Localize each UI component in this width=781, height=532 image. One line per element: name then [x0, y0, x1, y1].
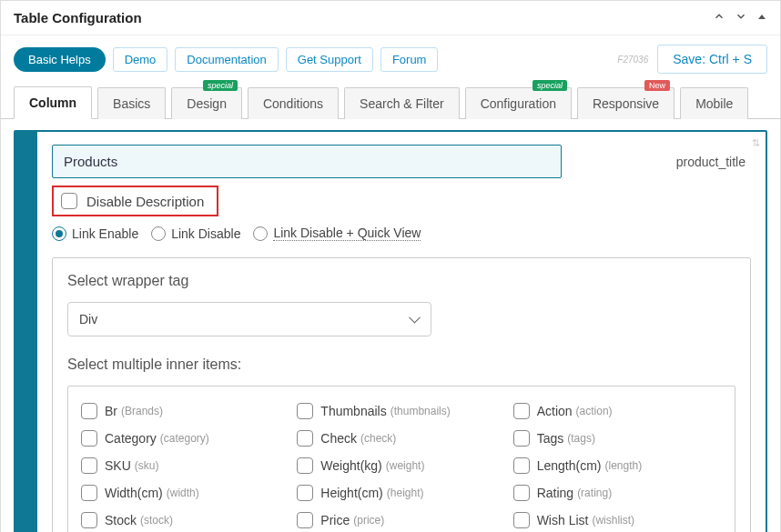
documentation-button[interactable]: Documentation: [175, 47, 278, 72]
tab-search-filter[interactable]: Search & Filter: [344, 87, 460, 119]
special-badge: special: [203, 80, 238, 91]
item-slug: (price): [353, 514, 384, 527]
tabs: ColumnBasicsDesignspecialConditionsSearc…: [1, 86, 780, 119]
inner-item[interactable]: Price(price): [293, 507, 509, 532]
inner-item[interactable]: Width(cm)(width): [77, 479, 293, 507]
tab-responsive[interactable]: ResponsiveNew: [577, 87, 674, 119]
item-label: Rating: [537, 486, 573, 500]
inner-item[interactable]: Action(action): [510, 397, 725, 425]
panel-controls: [713, 10, 767, 25]
radio-label: Link Enable: [72, 226, 138, 241]
item-slug: (sku): [135, 459, 159, 472]
inner-item[interactable]: Check(check): [293, 425, 509, 452]
tab-column[interactable]: Column: [14, 86, 92, 119]
item-slug: (category): [160, 432, 209, 445]
inner-item[interactable]: Category(category): [77, 425, 293, 452]
disable-description-row[interactable]: Disable Description: [52, 186, 218, 216]
item-label: Price: [320, 513, 350, 527]
inner-item[interactable]: Tags(tags): [510, 425, 725, 452]
item-slug: (Brands): [121, 405, 163, 417]
item-slug: (action): [576, 405, 613, 417]
item-label: Thumbnails: [320, 404, 386, 418]
item-label: Check: [320, 431, 357, 446]
item-slug: (wishlist): [592, 514, 634, 527]
item-checkbox[interactable]: [81, 430, 97, 447]
item-checkbox[interactable]: [297, 430, 313, 447]
item-label: Stock: [105, 513, 137, 527]
tab-design[interactable]: Designspecial: [171, 87, 242, 119]
table-configuration-panel: Table Configuration Basic Helps Demo Doc…: [0, 0, 781, 532]
item-checkbox[interactable]: [513, 512, 530, 528]
chevron-up-icon[interactable]: [713, 10, 725, 25]
inner-items-box: Br(Brands)Thumbnails(thumbnails)Action(a…: [67, 386, 735, 532]
teal-sidebar: [15, 132, 37, 532]
item-slug: (rating): [577, 487, 612, 499]
tab-basics[interactable]: Basics: [97, 87, 166, 119]
item-checkbox[interactable]: [81, 403, 97, 419]
item-checkbox[interactable]: [81, 485, 97, 501]
radio-link-disable-quick-view[interactable]: [253, 226, 268, 241]
inner-item[interactable]: Length(cm)(length): [510, 452, 725, 479]
tab-configuration[interactable]: Configurationspecial: [465, 87, 572, 119]
radio-link-enable[interactable]: [52, 226, 66, 241]
inner-item[interactable]: Rating(rating): [510, 479, 725, 507]
panel-title: Table Configuration: [14, 10, 142, 25]
tab-conditions[interactable]: Conditions: [248, 87, 339, 119]
inner-item[interactable]: Br(Brands): [77, 397, 293, 425]
item-checkbox[interactable]: [297, 485, 313, 501]
item-checkbox[interactable]: [297, 403, 313, 419]
forum-button[interactable]: Forum: [380, 47, 439, 72]
panel-header: Table Configuration: [1, 1, 780, 35]
item-label: Length(cm): [537, 458, 602, 473]
item-slug: (weight): [386, 459, 425, 472]
special-badge: special: [532, 80, 567, 91]
inner-item[interactable]: SKU(sku): [77, 452, 293, 479]
toolbar: Basic Helps Demo Documentation Get Suppo…: [1, 35, 780, 86]
get-support-button[interactable]: Get Support: [286, 47, 373, 72]
drag-handle-icon[interactable]: ⇅: [752, 137, 760, 149]
column-slug: product_title: [676, 155, 751, 169]
demo-button[interactable]: Demo: [113, 47, 168, 72]
inner-item[interactable]: Stock(stock): [77, 507, 293, 532]
inner-item[interactable]: Wish List(wishlist): [510, 507, 725, 532]
collapse-icon[interactable]: [756, 11, 767, 25]
item-checkbox[interactable]: [297, 457, 313, 474]
item-checkbox[interactable]: [513, 485, 530, 501]
item-label: SKU: [105, 458, 131, 473]
item-label: Category: [105, 431, 157, 446]
inner-items-label: Select multiple inner items:: [67, 356, 735, 373]
disable-description-checkbox[interactable]: [61, 193, 77, 209]
link-mode-radios: Link EnableLink DisableLink Disable + Qu…: [52, 226, 751, 241]
item-checkbox[interactable]: [513, 457, 530, 474]
wrapper-tag-select[interactable]: Div: [67, 302, 431, 336]
radio-label: Link Disable + Quick View: [273, 226, 421, 241]
item-checkbox[interactable]: [297, 512, 313, 528]
item-label: Height(cm): [320, 486, 382, 500]
tab-mobile[interactable]: Mobile: [680, 87, 748, 119]
inner-item[interactable]: Height(cm)(height): [293, 479, 509, 507]
inner-item[interactable]: Weight(kg)(weight): [293, 452, 509, 479]
item-slug: (height): [387, 487, 424, 499]
item-label: Br: [105, 404, 117, 418]
item-checkbox[interactable]: [81, 512, 97, 528]
radio-label: Link Disable: [171, 226, 240, 241]
item-slug: (width): [167, 487, 199, 499]
item-label: Wish List: [537, 513, 589, 527]
content-body: ⇅ product_title Disable Description Link…: [37, 132, 766, 532]
item-slug: (stock): [140, 514, 173, 527]
column-name-row: product_title: [52, 145, 751, 178]
toolbar-right: F27036 Save: Ctrl + S: [617, 45, 767, 74]
inner-item[interactable]: Thumbnails(thumbnails): [293, 397, 509, 425]
basic-helps-pill[interactable]: Basic Helps: [14, 47, 106, 72]
item-slug: (thumbnails): [390, 405, 451, 417]
item-checkbox[interactable]: [513, 430, 530, 447]
column-name-input[interactable]: [52, 145, 562, 178]
toolbar-left: Basic Helps Demo Documentation Get Suppo…: [14, 47, 438, 72]
item-checkbox[interactable]: [513, 403, 530, 419]
save-button[interactable]: Save: Ctrl + S: [657, 45, 767, 74]
radio-link-disable[interactable]: [151, 226, 166, 241]
chevron-down-icon[interactable]: [735, 10, 747, 25]
item-checkbox[interactable]: [81, 457, 97, 474]
item-slug: (check): [360, 432, 396, 445]
item-label: Action: [537, 404, 573, 418]
